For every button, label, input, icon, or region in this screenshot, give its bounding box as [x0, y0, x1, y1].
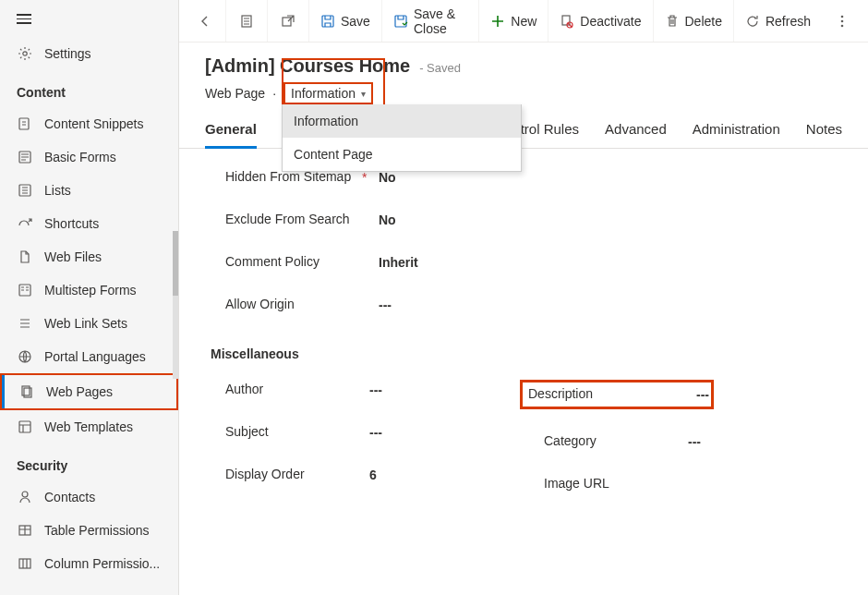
back-button[interactable] [185, 0, 225, 42]
sidebar-item-web-files[interactable]: Web Files [0, 240, 178, 273]
refresh-icon [745, 14, 760, 29]
field-allow-origin[interactable]: Allow Origin --- [205, 284, 842, 326]
sidebar-item-web-link-sets[interactable]: Web Link Sets [0, 307, 178, 340]
svg-point-18 [841, 15, 844, 18]
table-perm-icon [17, 522, 33, 539]
svg-rect-1 [19, 118, 29, 129]
trash-icon [665, 14, 680, 29]
form-selector-label: Information [291, 86, 356, 101]
popout-button[interactable] [267, 0, 308, 42]
field-category[interactable]: Category --- [524, 420, 842, 463]
overflow-button[interactable] [822, 0, 862, 42]
field-image-url[interactable]: Image URL [524, 463, 842, 505]
sidebar-item-basic-forms[interactable]: Basic Forms [0, 140, 178, 174]
highlight-box-description: Description --- [520, 380, 714, 409]
field-author[interactable]: Author --- [205, 369, 524, 411]
open-record-set-button[interactable] [225, 0, 267, 42]
menu-item-content-page[interactable]: Content Page [283, 138, 521, 171]
sidebar-item-column-permissions[interactable]: Column Permissio... [0, 547, 178, 580]
menu-item-information[interactable]: Information [283, 104, 521, 138]
refresh-button[interactable]: Refresh [733, 0, 822, 42]
saved-state: - Saved [419, 61, 461, 75]
snippet-icon [17, 115, 33, 132]
svg-point-9 [22, 492, 28, 497]
sidebar: Settings Content Content Snippets Basic … [0, 0, 179, 595]
sidebar-item-web-pages[interactable]: Web Pages [0, 373, 178, 410]
globe-icon [17, 348, 33, 365]
main-area: Save Save & Close New Deactivate Delete … [179, 0, 868, 595]
required-asterisk: * [362, 170, 379, 185]
section-security-label: Security [0, 443, 178, 480]
form-body: Hidden From Sitemap * No Exclude From Se… [179, 149, 868, 595]
settings-label: Settings [44, 46, 91, 61]
save-button[interactable]: Save [308, 0, 381, 42]
hamburger-button[interactable] [0, 0, 178, 37]
linkset-icon [17, 315, 33, 332]
record-header: [Admin] Courses Home - Saved Web Page · … [179, 42, 868, 104]
section-content-label: Content [0, 70, 178, 107]
sidebar-item-shortcuts[interactable]: Shortcuts [0, 207, 178, 240]
sidebar-item-table-permissions[interactable]: Table Permissions [0, 514, 178, 547]
new-button[interactable]: New [478, 0, 548, 42]
save-close-button[interactable]: Save & Close [381, 0, 478, 42]
sidebar-item-settings[interactable]: Settings [0, 37, 178, 70]
sidebar-scrollbar[interactable] [173, 231, 178, 379]
back-arrow-icon [198, 14, 212, 29]
chevron-down-icon: ▾ [361, 89, 366, 99]
section-miscellaneous: Miscellaneous [205, 326, 842, 369]
deactivate-icon [560, 14, 574, 29]
entity-label: Web Page [205, 86, 265, 101]
sidebar-item-portal-languages[interactable]: Portal Languages [0, 340, 178, 373]
form-selector-button[interactable]: Information ▾ [283, 82, 373, 104]
svg-rect-11 [19, 559, 30, 568]
pages-icon [18, 383, 35, 400]
tab-administration[interactable]: Administration [693, 121, 780, 148]
form-selector-menu: Information Content Page [282, 104, 522, 172]
svg-point-20 [841, 24, 844, 27]
tab-notes[interactable]: Notes [806, 121, 842, 148]
save-icon [320, 14, 335, 29]
save-close-icon [393, 14, 408, 29]
popout-icon [281, 14, 295, 29]
sidebar-scrollbar-thumb[interactable] [173, 231, 178, 296]
field-comment-policy[interactable]: Comment Policy Inherit [205, 241, 842, 284]
more-vertical-icon [835, 14, 850, 29]
svg-rect-13 [283, 18, 291, 26]
delete-button[interactable]: Delete [653, 0, 733, 42]
svg-rect-8 [19, 421, 30, 432]
shortcut-icon [17, 215, 33, 232]
record-set-icon [239, 14, 254, 29]
field-description[interactable]: Description --- [524, 369, 842, 420]
page-title: [Admin] Courses Home [205, 55, 410, 76]
svg-point-19 [841, 19, 844, 22]
multistep-icon [17, 282, 33, 298]
svg-rect-4 [19, 285, 30, 296]
separator-dot: · [272, 86, 276, 101]
tab-advanced[interactable]: Advanced [605, 121, 667, 148]
gear-icon [17, 45, 33, 62]
command-bar: Save Save & Close New Deactivate Delete … [179, 0, 868, 42]
person-icon [17, 489, 33, 505]
svg-rect-14 [322, 16, 333, 27]
list-icon [17, 182, 33, 199]
field-display-order[interactable]: Display Order 6 [205, 454, 524, 496]
template-icon [17, 419, 33, 435]
field-subject[interactable]: Subject --- [205, 411, 524, 454]
svg-point-0 [23, 52, 27, 55]
tab-general[interactable]: General [205, 121, 257, 149]
sidebar-item-content-snippets[interactable]: Content Snippets [0, 107, 178, 140]
column-perm-icon [17, 555, 33, 572]
sidebar-item-multistep-forms[interactable]: Multistep Forms [0, 273, 178, 307]
plus-icon [490, 14, 505, 29]
form-icon [17, 149, 33, 165]
hamburger-icon [17, 14, 31, 25]
sidebar-item-contacts[interactable]: Contacts [0, 480, 178, 514]
deactivate-button[interactable]: Deactivate [548, 0, 652, 42]
field-exclude-from-search[interactable]: Exclude From Search No [205, 199, 842, 241]
file-icon [17, 249, 33, 265]
sidebar-item-lists[interactable]: Lists [0, 174, 178, 207]
sidebar-item-web-templates[interactable]: Web Templates [0, 410, 178, 443]
